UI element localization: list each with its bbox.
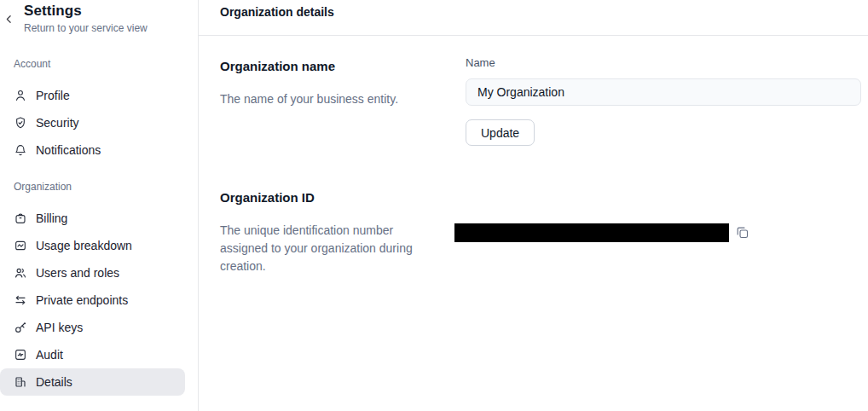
- chart-square-icon: [14, 239, 27, 252]
- sidebar-item-users-and-roles[interactable]: Users and roles: [0, 259, 185, 287]
- sidebar-item-security[interactable]: Security: [0, 109, 185, 136]
- org-name-heading: Organization name: [220, 59, 335, 73]
- org-id-heading: Organization ID: [220, 190, 315, 205]
- sidebar-item-label: Details: [36, 375, 72, 389]
- settings-page: Settings Return to your service view Acc…: [0, 0, 868, 411]
- sidebar-item-private-endpoints[interactable]: Private endpoints: [0, 287, 185, 314]
- sidebar-item-label: Notifications: [36, 143, 101, 157]
- bell-icon: [14, 143, 27, 157]
- users-icon: [14, 266, 27, 280]
- shield-check-icon: [14, 116, 27, 130]
- copy-icon: [735, 225, 749, 240]
- org-name-description: The name of your business entity.: [220, 90, 398, 108]
- sidebar-item-api-keys[interactable]: API keys: [0, 314, 185, 341]
- sidebar-item-label: Users and roles: [36, 266, 119, 280]
- page-title: Organization details: [220, 5, 334, 19]
- sidebar-item-label: Billing: [36, 211, 67, 225]
- section-label-account: Account: [14, 58, 50, 70]
- org-id-description: The unique identification number assigne…: [220, 222, 435, 275]
- sidebar-item-label: Profile: [36, 89, 70, 102]
- sidebar: Settings Return to your service view Acc…: [0, 0, 199, 411]
- header-divider: [199, 35, 868, 36]
- sidebar-title: Settings: [24, 3, 82, 20]
- user-icon: [14, 89, 27, 102]
- copy-button[interactable]: [734, 224, 750, 240]
- key-icon: [14, 321, 27, 334]
- sidebar-item-profile[interactable]: Profile: [0, 82, 185, 109]
- section-label-organization: Organization: [14, 181, 72, 193]
- wallet-icon: [14, 211, 27, 225]
- arrows-swap-icon: [14, 293, 27, 307]
- sidebar-item-label: Usage breakdown: [36, 239, 132, 252]
- sidebar-subtitle: Return to your service view: [24, 22, 148, 34]
- update-button[interactable]: Update: [466, 119, 535, 146]
- chevron-left-icon: [3, 14, 14, 25]
- organization-name-input[interactable]: [466, 78, 861, 106]
- sidebar-item-notifications[interactable]: Notifications: [0, 136, 185, 164]
- name-field-label: Name: [466, 56, 495, 69]
- sidebar-item-label: API keys: [36, 321, 83, 334]
- sidebar-item-billing[interactable]: Billing: [0, 205, 185, 232]
- back-button[interactable]: [1, 11, 16, 26]
- sidebar-item-usage-breakdown[interactable]: Usage breakdown: [0, 232, 185, 259]
- sidebar-item-details[interactable]: Details: [0, 368, 185, 396]
- sidebar-item-label: Private endpoints: [36, 293, 128, 307]
- activity-square-icon: [14, 348, 27, 362]
- organization-id-value-redacted: [454, 223, 729, 242]
- sidebar-item-audit[interactable]: Audit: [0, 341, 185, 368]
- building-icon: [14, 375, 27, 389]
- sidebar-item-label: Security: [36, 116, 79, 130]
- sidebar-item-label: Audit: [36, 348, 63, 362]
